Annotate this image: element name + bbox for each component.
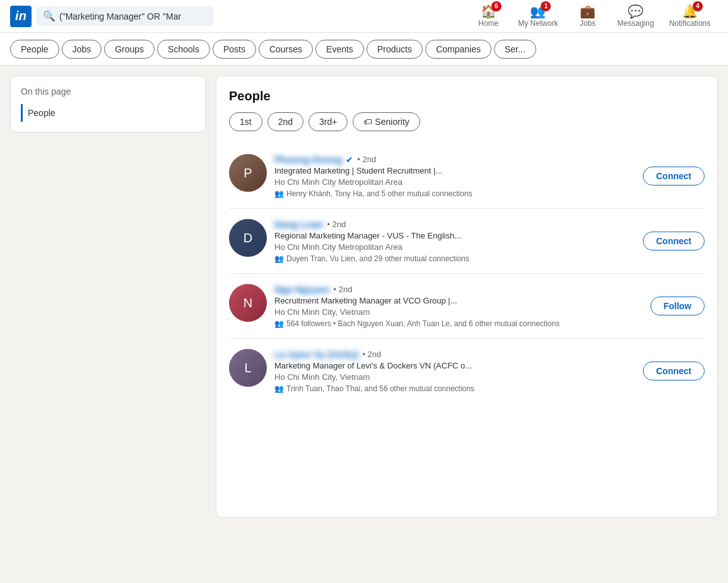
avatar: N [229,284,267,322]
main-layout: On this page People People 1st2nd3rd+🏷 S… [0,76,728,517]
search-box: 🔍 [37,6,213,26]
person-name[interactable]: Phuong Duong [274,154,342,165]
filter-bar: PeopleJobsGroupsSchoolsPostsCoursesEvent… [0,33,728,66]
person-info: Phuong Duong ✔ • 2nd Integrated Marketin… [274,154,635,198]
pill-3rd-[interactable]: 3rd+ [308,112,348,131]
person-location: Ho Chi Minh City, Vietnam [274,307,643,317]
mutual-connections: 👥 Henry Khánh, Tony Ha, and 5 other mutu… [274,189,635,198]
degree-badge: • 2nd [334,285,353,294]
pill-2nd[interactable]: 2nd [267,112,303,131]
my-network-label: My Network [518,19,558,28]
notifications-icon: 🔔 4 [682,5,698,18]
mutual-icon: 👥 [274,254,284,263]
filter-tab-courses[interactable]: Courses [259,40,313,59]
person-name[interactable]: Le Uyen Vy (Vicky) [274,349,358,360]
person-title: Marketing Manager of Levi's & Dockers VN… [274,361,635,370]
people-list: P Phuong Duong ✔ • 2nd Integrated Market… [229,144,705,403]
linkedin-logo[interactable]: in [10,6,32,27]
messaging-icon: 💬 [628,5,643,18]
avatar: L [229,349,267,387]
person-info: Le Uyen Vy (Vicky) • 2nd Marketing Manag… [274,349,635,393]
verified-icon: ✔ [346,155,353,165]
filter-tab-schools[interactable]: Schools [157,40,210,59]
person-name-row: Phuong Duong ✔ • 2nd [274,154,635,165]
filter-tab-groups[interactable]: Groups [104,40,155,59]
my-network-badge: 1 [541,1,551,11]
sidebar: On this page People [10,76,206,517]
filter-tab-people[interactable]: People [10,40,59,59]
search-icon: 🔍 [43,10,56,22]
content-title: People [229,89,705,103]
mutual-connections: 👥 Duyen Tran, Vu Lien, and 29 other mutu… [274,254,635,263]
notifications-badge: 4 [693,1,703,11]
nav-item-messaging[interactable]: 💬 Messaging [610,0,662,33]
avatar: D [229,219,267,257]
home-icon: 🏠 6 [481,5,496,18]
person-title: Regional Marketing Manager - VUS - The E… [274,231,635,240]
person-card: N Nga Nguyen • 2nd Recruitment Marketing… [229,274,705,339]
filter-tab-ser---[interactable]: Ser... [494,40,536,59]
mutual-text: Trinh Tuan, Thao Thai, and 56 other mutu… [286,384,474,393]
mutual-text: 564 followers • Bach Nguyen Xuan, Anh Tu… [286,319,560,328]
mutual-connections: 👥 Trinh Tuan, Thao Thai, and 56 other mu… [274,384,635,393]
action-button[interactable]: Connect [643,362,705,380]
avatar-initials: P [244,166,252,180]
filter-tab-companies[interactable]: Companies [425,40,491,59]
nav-items: 🏠 6 Home 👥 1 My Network 💼 Jobs 💬 Messagi… [466,0,718,33]
avatar: P [229,154,267,192]
notifications-label: Notifications [669,19,710,28]
sidebar-card: On this page People [10,76,206,132]
nav-item-jobs[interactable]: 💼 Jobs [566,0,610,33]
pill----seniority[interactable]: 🏷 Seniority [353,112,420,131]
search-input[interactable] [59,11,207,21]
person-name-row: Nga Nguyen • 2nd [274,284,643,295]
person-card: L Le Uyen Vy (Vicky) • 2nd Marketing Man… [229,339,705,403]
jobs-icon: 💼 [580,5,596,18]
person-location: Ho Chi Minh City, Vietnam [274,372,635,382]
sidebar-item-people[interactable]: People [21,104,195,122]
sidebar-heading: On this page [21,86,195,97]
person-card: D Dang Loan • 2nd Regional Marketing Man… [229,209,705,274]
person-name[interactable]: Nga Nguyen [274,284,330,295]
filter-tab-events[interactable]: Events [315,40,364,59]
filter-tab-posts[interactable]: Posts [213,40,256,59]
home-label: Home [478,19,498,28]
messaging-label: Messaging [618,19,654,28]
person-name[interactable]: Dang Loan [274,219,324,230]
person-info: Nga Nguyen • 2nd Recruitment Marketing M… [274,284,643,328]
filter-tab-products[interactable]: Products [367,40,423,59]
home-badge: 6 [491,1,502,11]
mutual-icon: 👥 [274,319,284,328]
degree-badge: • 2nd [327,220,346,229]
mutual-icon: 👥 [274,384,284,393]
person-info: Dang Loan • 2nd Regional Marketing Manag… [274,219,635,263]
degree-badge: • 2nd [357,155,376,164]
filter-pills: 1st2nd3rd+🏷 Seniority [229,112,705,131]
mutual-text: Duyen Tran, Vu Lien, and 29 other mutual… [286,254,469,263]
pill-1st[interactable]: 1st [229,112,262,131]
jobs-label: Jobs [580,19,596,28]
person-name-row: Dang Loan • 2nd [274,219,635,230]
degree-badge: • 2nd [362,350,381,359]
content-area: People 1st2nd3rd+🏷 Seniority P Phuong Du… [216,76,718,517]
top-nav: in 🔍 🏠 6 Home 👥 1 My Network 💼 Jobs 💬 Me… [0,0,728,33]
action-button[interactable]: Connect [643,232,705,250]
my-network-icon: 👥 1 [530,5,546,18]
mutual-connections: 👥 564 followers • Bach Nguyen Xuan, Anh … [274,319,643,328]
action-button[interactable]: Follow [650,297,705,315]
person-title: Integrated Marketing | Student Recruitme… [274,166,635,175]
mutual-icon: 👥 [274,189,284,198]
nav-item-home[interactable]: 🏠 6 Home [466,0,510,33]
person-card: P Phuong Duong ✔ • 2nd Integrated Market… [229,144,705,209]
filter-tab-jobs[interactable]: Jobs [62,40,102,59]
nav-item-my-network[interactable]: 👥 1 My Network [510,0,565,33]
nav-item-notifications[interactable]: 🔔 4 Notifications [662,0,718,33]
avatar-initials: L [244,361,251,375]
avatar-initials: N [244,296,252,310]
sidebar-item-label: People [28,108,56,118]
person-title: Recruitment Marketing Manager at VCO Gro… [274,296,643,305]
person-name-row: Le Uyen Vy (Vicky) • 2nd [274,349,635,360]
mutual-text: Henry Khánh, Tony Ha, and 5 other mutual… [286,189,473,198]
person-location: Ho Chi Minh City Metropolitan Area [274,242,635,252]
action-button[interactable]: Connect [643,167,705,186]
